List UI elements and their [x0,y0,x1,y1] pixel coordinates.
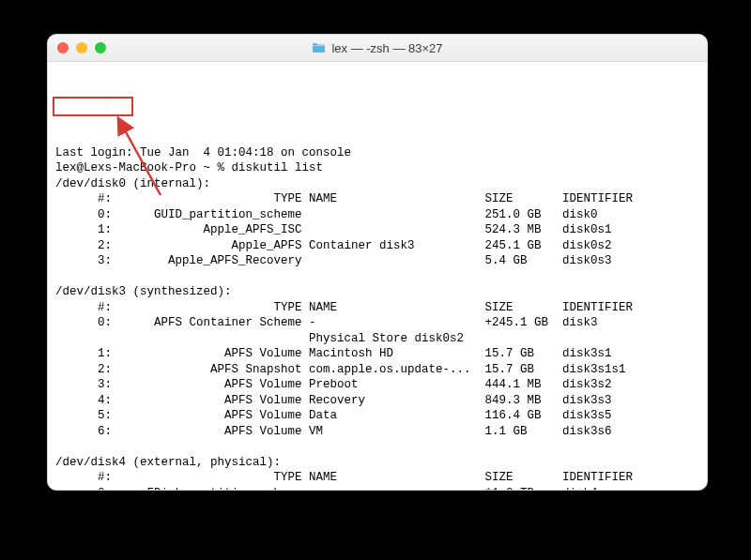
titlebar[interactable]: lex — -zsh — 83×27 [48,35,707,62]
zoom-icon[interactable] [95,42,106,53]
table-row: 0: APFS Container Scheme - +245.1 GB dis… [55,315,699,331]
table-row: 5: APFS Volume Data 116.4 GB disk3s5 [55,408,699,424]
annotation-highlight [53,97,133,116]
table-row: 0: GUID_partition_scheme 251.0 GB disk0 [55,207,699,223]
command-line: lex@Lexs-MacBook-Pro ~ % diskutil list [55,160,699,176]
disk-header-line: #: TYPE NAME SIZE IDENTIFIER [55,191,699,207]
table-row: Physical Store disk0s2 [55,331,699,347]
window-title: lex — -zsh — 83×27 [48,41,707,55]
terminal-output[interactable]: Last login: Tue Jan 4 01:04:18 on consol… [48,62,707,490]
blank-line [55,269,699,285]
disk-device-line: /dev/disk4 (external, physical): [55,455,699,471]
table-row: 2: APFS Snapshot com.apple.os.update-...… [55,362,699,378]
window-title-text: lex — -zsh — 83×27 [331,41,442,55]
table-row: 1: Apple_APFS_ISC 524.3 MB disk0s1 [55,222,699,238]
disk-device-line: /dev/disk0 (internal): [55,176,699,192]
table-row: 3: APFS Volume Preboot 444.1 MB disk3s2 [55,377,699,393]
table-row: 0: FDisk_partition_scheme *1.0 TB disk4 [55,486,699,491]
table-row: 4: APFS Volume Recovery 849.3 MB disk3s3 [55,393,699,409]
svg-rect-0 [313,45,325,46]
disk-device-line: /dev/disk3 (synthesized): [55,284,699,300]
table-row: 2: Apple_APFS Container disk3 245.1 GB d… [55,238,699,254]
close-icon[interactable] [57,42,69,53]
table-row: 3: Apple_APFS_Recovery 5.4 GB disk0s3 [55,253,699,269]
folder-icon [312,42,326,53]
table-row: 1: APFS Volume Macintosh HD 15.7 GB disk… [55,346,699,362]
table-row: 6: APFS Volume VM 1.1 GB disk3s6 [55,424,699,440]
blank-line [55,439,699,455]
disk-header-line: #: TYPE NAME SIZE IDENTIFIER [55,470,699,486]
window-controls [57,42,106,53]
last-login-line: Last login: Tue Jan 4 01:04:18 on consol… [55,145,699,161]
terminal-window: lex — -zsh — 83×27 Last login: Tue Jan 4… [47,34,708,491]
minimize-icon[interactable] [76,42,87,53]
disk-header-line: #: TYPE NAME SIZE IDENTIFIER [55,300,699,316]
